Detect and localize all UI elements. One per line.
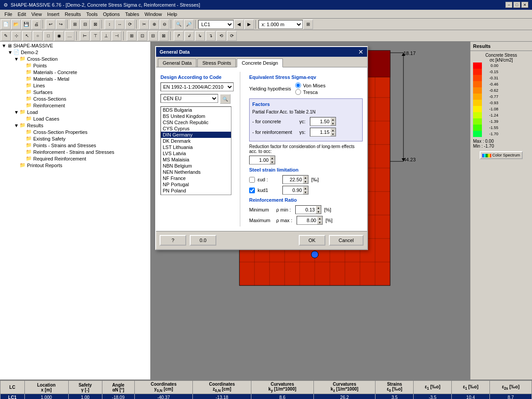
reinf-up[interactable]: ▲ <box>330 128 336 132</box>
reinf-spin[interactable]: ▲ ▼ <box>310 128 336 137</box>
reduction-input[interactable] <box>250 157 270 163</box>
tree-item-crosssections[interactable]: ▶ 📁 Cross-Sections <box>1 95 149 102</box>
kud-checkbox[interactable] <box>249 188 255 193</box>
grid-btn[interactable]: ⊞ <box>303 20 313 29</box>
t2-7[interactable]: … <box>65 31 74 41</box>
country-item[interactable]: NP Portugal <box>161 181 231 188</box>
eud-spin[interactable]: ▲ ▼ <box>282 175 309 184</box>
tree-item-mat-metal[interactable]: ▶ 📁 Materials - Metal <box>1 75 149 82</box>
reduction-down[interactable]: ▼ <box>270 160 275 164</box>
tree-toggle-root[interactable]: ▼ <box>1 43 7 48</box>
nav-next[interactable]: ▶ <box>244 20 254 29</box>
t2-8[interactable]: ⊢ <box>80 31 90 41</box>
t2-9[interactable]: ⊤ <box>90 31 100 41</box>
zoom-out[interactable]: 🔎 <box>184 20 194 29</box>
menu-tools[interactable]: Tools <box>84 11 101 18</box>
country-item[interactable]: CSN Czech Republic <box>161 119 231 125</box>
radio-tresca[interactable]: Tresca <box>295 89 325 95</box>
country-item[interactable]: DK Denmark <box>161 138 231 144</box>
t2-5[interactable]: □ <box>43 31 53 41</box>
cancel-btn[interactable]: Cancel <box>329 235 364 246</box>
tree-toggle-demo2[interactable]: ▼ <box>7 50 13 55</box>
rho-max-down[interactable]: ▼ <box>317 220 322 224</box>
tool4[interactable]: ↕ <box>105 20 114 29</box>
reduction-spin[interactable]: ▲ ▼ <box>249 156 275 164</box>
kud-spin[interactable]: ▲ ▼ <box>282 186 309 195</box>
rho-min-up[interactable]: ▲ <box>316 206 321 210</box>
table-row[interactable]: LC1 1.000 1.00 -18.09 -40.37 -13.18 8.6 … <box>0 394 532 399</box>
tool2[interactable]: ⊟ <box>80 20 90 29</box>
t2-6[interactable]: ◉ <box>54 31 64 41</box>
new-btn[interactable]: 📄 <box>1 20 11 29</box>
concrete-input[interactable] <box>310 118 330 125</box>
undo-btn[interactable]: ↩ <box>46 20 55 29</box>
minimize-btn[interactable]: − <box>505 2 512 8</box>
dialog-close-btn[interactable]: ✕ <box>358 48 364 55</box>
t2-10[interactable]: ⊥ <box>101 31 111 41</box>
tool7[interactable]: ✂ <box>139 20 149 29</box>
redo-btn[interactable]: ↪ <box>56 20 66 29</box>
eud-down[interactable]: ▼ <box>303 180 308 184</box>
tree-item-demo2[interactable]: ▼ 📄 Demo-2 <box>1 49 149 55</box>
tree-item-mat-concrete[interactable]: ▶ 📁 Materials - Concrete <box>1 69 149 75</box>
country-item[interactable]: BDS Bulgaria <box>161 107 231 113</box>
rho-min-down[interactable]: ▼ <box>316 210 321 214</box>
country-item[interactable]: CYS Cyprus <box>161 125 231 132</box>
tool1[interactable]: ⊞ <box>70 20 80 29</box>
tree-item-crosssection[interactable]: ▼ 📁 Cross-Section <box>1 55 149 62</box>
tree-item-existing-safety[interactable]: ▶ 📁 Existing Safety <box>1 135 149 142</box>
concrete-down[interactable]: ▼ <box>330 121 336 125</box>
eud-checkbox[interactable] <box>249 177 255 183</box>
t2-13[interactable]: ⊡ <box>137 31 147 41</box>
reset-btn[interactable]: 0.0 <box>190 235 216 246</box>
t2-2[interactable]: ⊹ <box>12 31 21 41</box>
country-item[interactable]: MS Malaisia <box>161 156 231 163</box>
t2-20[interactable]: ⟲ <box>216 31 226 41</box>
t2-17[interactable]: ↲ <box>184 31 194 41</box>
ok-btn[interactable]: OK <box>299 235 325 246</box>
t2-11[interactable]: ⊣ <box>112 31 121 41</box>
maximize-btn[interactable]: □ <box>513 2 520 8</box>
t2-14[interactable]: ⊟ <box>148 31 158 41</box>
rho-max-input[interactable] <box>297 217 317 223</box>
tool5[interactable]: ↔ <box>115 20 125 29</box>
country-item[interactable]: BS United Kingdom <box>161 113 231 119</box>
t2-15[interactable]: ⊠ <box>159 31 168 41</box>
tree-item-load[interactable]: ▼ 📁 Load <box>1 109 149 115</box>
t2-21[interactable]: ⟳ <box>227 31 237 41</box>
tree-item-surfaces[interactable]: ▶ 📁 Surfaces <box>1 89 149 95</box>
t2-3[interactable]: ↖ <box>22 31 32 41</box>
tree-item-results[interactable]: ▼ 📁 Results <box>1 122 149 129</box>
tree-item-cs-props[interactable]: ▶ 📁 Cross-Section Properties <box>1 129 149 135</box>
tree-item-reinf-strains[interactable]: ▶ 📁 Reinforcement - Strains and Stresses <box>1 149 149 155</box>
print-btn[interactable]: 🖨 <box>31 20 41 29</box>
kud-down[interactable]: ▼ <box>303 190 308 194</box>
kud-input[interactable] <box>283 187 303 193</box>
tree-item-loadcases[interactable]: ▶ 📁 Load Cases <box>1 115 149 122</box>
help-btn[interactable]: ? <box>160 235 186 246</box>
rho-max-spin[interactable]: ▲ ▼ <box>297 216 323 225</box>
t2-4[interactable]: ○ <box>33 31 43 41</box>
lc-combo[interactable]: LC1 <box>198 20 234 29</box>
country-item[interactable]: LVS Latvia <box>161 150 231 156</box>
tree-item-points-strains[interactable]: ▶ 📁 Points - Strains and Stresses <box>1 142 149 149</box>
country-item[interactable]: NBN Belgium <box>161 163 231 169</box>
kud-up[interactable]: ▲ <box>303 186 308 190</box>
menu-results[interactable]: Results <box>62 11 84 18</box>
concrete-spin[interactable]: ▲ ▼ <box>310 117 336 126</box>
tree-item-points[interactable]: ▶ 📁 Points <box>1 62 149 69</box>
menu-view[interactable]: View <box>29 11 45 18</box>
tree-toggle-ld[interactable]: ▼ <box>13 110 20 115</box>
t2-1[interactable]: ✎ <box>1 31 11 41</box>
menu-file[interactable]: File <box>2 11 15 18</box>
region-combo[interactable]: CEN EU <box>160 94 218 103</box>
spectrum-btn[interactable]: Color Spectrum <box>473 151 529 159</box>
menu-insert[interactable]: Insert <box>44 11 62 18</box>
x-combo[interactable]: x: 1.000 m <box>258 20 303 29</box>
reduction-up[interactable]: ▲ <box>270 156 275 160</box>
country-item[interactable]: PN Poland <box>161 188 231 194</box>
tab-concrete-design[interactable]: Concrete Design <box>237 59 283 67</box>
tree-root[interactable]: ▼ 🖥 SHAPE-MASSIVE <box>1 43 149 49</box>
tool8[interactable]: ⊕ <box>149 20 159 29</box>
tree-toggle-rs[interactable]: ▼ <box>13 123 20 128</box>
